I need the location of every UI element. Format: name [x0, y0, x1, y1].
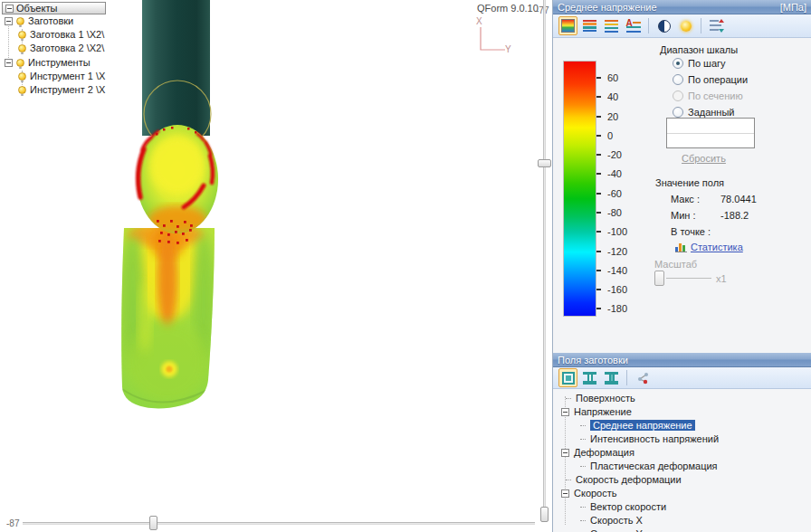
radio-icon	[673, 107, 683, 118]
vertical-slider-lower-thumb[interactable]	[540, 507, 549, 522]
tree-item-label: Заготовка 1 \X2\	[30, 29, 104, 40]
custom-range-min-input[interactable]	[667, 134, 754, 148]
contrast-button[interactable]	[654, 16, 673, 35]
at-point-label: В точке :	[671, 226, 711, 237]
vector-scale-slider-thumb[interactable]	[654, 271, 664, 286]
colorbar-tick: -160	[596, 284, 627, 295]
radio-by-section: По сечению	[673, 90, 743, 101]
smooth-field-button[interactable]	[558, 16, 577, 35]
field-item-velocity-x[interactable]: Скорость X	[580, 514, 643, 527]
field-item-plastic-strain[interactable]: Пластическая деформация	[580, 460, 718, 472]
axis-orientation-icon: X Y	[472, 16, 510, 56]
visibility-bulb-icon[interactable]	[18, 86, 26, 94]
object-tree: Объекты Заготовки Заготовка 1 \X2\ Загот…	[2, 2, 183, 14]
trace-points-button[interactable]	[633, 368, 652, 387]
reset-link[interactable]: Сбросить	[682, 153, 726, 164]
tree-item-tool-2[interactable]: Инструмент 2 \X	[18, 84, 105, 95]
radio-icon	[673, 74, 683, 85]
tree-item-tools[interactable]: Инструменты	[5, 57, 91, 68]
colorbar-tick-label: -140	[607, 265, 627, 276]
field-item-surface[interactable]: Поверхность	[566, 392, 635, 404]
radio-by-step[interactable]: По шагу	[673, 58, 726, 69]
field-group-velocity[interactable]: Скорость	[561, 487, 617, 499]
colorbar-tick-label: -80	[607, 207, 622, 218]
isolines-icon	[605, 19, 618, 33]
section-view-button[interactable]	[580, 368, 599, 387]
custom-range-max-input[interactable]	[667, 119, 754, 133]
field-group-stress[interactable]: Напряжение	[561, 405, 632, 418]
collapse-icon[interactable]	[561, 489, 569, 498]
radio-custom[interactable]: Заданный	[673, 107, 735, 118]
banded-field-button[interactable]	[580, 16, 599, 35]
colorbar-tick: -20	[596, 149, 622, 160]
app-version-label: QForm 9.0.10	[477, 3, 539, 14]
colorbar-tick-label: -180	[607, 303, 627, 314]
lighting-button[interactable]	[676, 16, 695, 35]
visibility-bulb-icon[interactable]	[18, 44, 26, 52]
collapse-icon[interactable]	[5, 59, 13, 67]
colorbar-tick-label: -60	[607, 188, 622, 199]
radio-icon	[673, 90, 683, 101]
labeled-isolines-button[interactable]: A	[624, 16, 643, 35]
collapse-icon[interactable]	[5, 5, 14, 13]
toolbar-separator	[626, 370, 627, 385]
tree-item-billet-1[interactable]: Заготовка 1 \X2\	[18, 29, 104, 40]
vector-scale-label: Масштаб	[654, 259, 697, 270]
scale-range-title: Диапазон шкалы	[660, 44, 738, 55]
vector-scale-value: x1	[716, 273, 727, 284]
section-view-icon	[583, 372, 596, 385]
vertical-slider-thumb[interactable]	[538, 159, 551, 167]
bottom-slider-value: -87	[6, 518, 19, 528]
graphics-viewport[interactable]: Объекты Заготовки Заготовка 1 \X2\ Загот…	[0, 0, 552, 532]
filled-section-view-button[interactable]	[602, 368, 621, 387]
toolbar-separator	[701, 18, 701, 33]
field-item-label: Вектор скорости	[590, 501, 666, 512]
isolines-button[interactable]	[602, 16, 621, 35]
tree-item-tool-1[interactable]: Инструмент 1 \X	[18, 71, 105, 81]
colorbar-tick-label: -160	[607, 284, 627, 295]
field-item-stress-intensity[interactable]: Интенсивность напряжений	[580, 432, 719, 445]
labeled-isolines-icon: A	[626, 19, 641, 33]
object-tree-header[interactable]: Объекты	[2, 2, 106, 14]
collapse-icon[interactable]	[561, 408, 569, 416]
billet-fields-header: Поля заготовки	[553, 353, 811, 367]
vertical-slider-track[interactable]	[543, 0, 546, 521]
collapse-icon[interactable]	[5, 17, 13, 25]
timeline-slider-track[interactable]	[23, 522, 535, 525]
trace-points-icon	[636, 372, 649, 385]
radio-by-operation[interactable]: По операции	[673, 74, 748, 85]
collapse-icon[interactable]	[561, 449, 569, 457]
tree-item-billets[interactable]: Заготовки	[5, 15, 73, 26]
field-item-label: Поверхность	[576, 393, 635, 404]
workpiece-3d-model	[104, 0, 226, 414]
timeline-slider-thumb[interactable]	[149, 516, 157, 530]
field-item-strain-rate[interactable]: Скорость деформации	[566, 473, 682, 486]
scale-options-button[interactable]	[707, 16, 726, 35]
min-label: Мин :	[671, 210, 696, 221]
field-item-label: Пластическая деформация	[590, 461, 718, 471]
field-item-label: Скорость	[574, 488, 617, 499]
billet-fields-title: Поля заготовки	[558, 355, 628, 366]
colorbar-tick: -80	[596, 207, 622, 218]
visibility-bulb-icon[interactable]	[18, 72, 26, 81]
banded-field-icon	[583, 19, 596, 33]
visibility-bulb-icon[interactable]	[18, 31, 26, 39]
colorbar-tick-label: -100	[607, 226, 627, 237]
field-item-velocity-y[interactable]: Скорость Y	[580, 527, 643, 532]
visibility-bulb-icon[interactable]	[16, 17, 24, 25]
colorbar-tick-label: 60	[607, 72, 618, 83]
tree-item-label: Инструменты	[28, 57, 91, 68]
tree-item-billet-2[interactable]: Заготовка 2 \X2\	[18, 43, 104, 53]
field-item-mean-stress[interactable]: Среднее напряжение	[580, 419, 695, 432]
colorbar-tick: 60	[596, 72, 618, 83]
visibility-bulb-icon[interactable]	[16, 59, 24, 67]
colorbar-tick: 40	[596, 91, 618, 102]
field-item-velocity-vector[interactable]: Вектор скорости	[580, 500, 666, 513]
radio-label: По сечению	[688, 90, 743, 101]
statistics-link[interactable]: Статистика	[691, 242, 743, 252]
show-body-button[interactable]	[558, 368, 577, 387]
radio-icon	[673, 58, 683, 69]
vector-scale-slider-track	[666, 278, 711, 279]
field-group-strain[interactable]: Деформация	[561, 446, 634, 459]
smooth-field-icon	[561, 19, 575, 33]
